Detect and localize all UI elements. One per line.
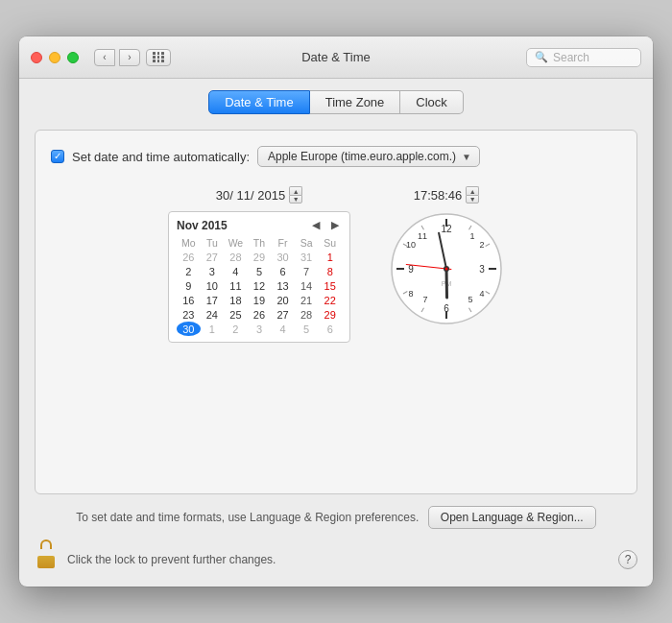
calendar-day[interactable]: 22	[318, 293, 342, 307]
calendar-day[interactable]: 28	[295, 307, 319, 322]
grid-view-button[interactable]	[146, 49, 171, 66]
svg-text:5: 5	[468, 295, 472, 304]
calendar-day[interactable]: 20	[271, 293, 295, 307]
calendar-day[interactable]: 17	[201, 293, 225, 307]
date-section: 30/ 11/ 2015 ▲ ▼ Nov 2015 ◀ ▶	[168, 186, 350, 343]
calendar-day[interactable]: 6	[271, 264, 295, 278]
calendar-day[interactable]: 27	[201, 250, 225, 264]
search-input[interactable]: Search	[553, 51, 589, 64]
tab-clock[interactable]: Clock	[400, 90, 464, 114]
calendar-week: 9101112131415	[177, 278, 342, 293]
bottom-section: To set date and time formats, use Langua…	[19, 494, 653, 537]
calendar-week: 23242526272829	[177, 307, 342, 322]
calendar-day[interactable]: 3	[201, 264, 225, 278]
calendar-day[interactable]: 11	[224, 278, 248, 293]
forward-button[interactable]: ›	[119, 49, 140, 66]
window-title: Date & Time	[301, 50, 371, 64]
svg-text:10: 10	[406, 240, 416, 250]
calendar-header: Nov 2015 ◀ ▶	[177, 218, 342, 232]
date-value: 30/ 11/ 2015	[216, 188, 285, 203]
auto-set-checkbox[interactable]: ✓	[51, 150, 64, 163]
cal-next-button[interactable]: ▶	[328, 218, 342, 232]
traffic-lights	[31, 52, 79, 63]
grid-icon	[153, 52, 164, 62]
calendar-day[interactable]: 1	[318, 250, 342, 264]
calendar-day[interactable]: 15	[318, 278, 342, 293]
time-value: 17:58:46	[414, 188, 463, 203]
open-prefs-button[interactable]: Open Language & Region...	[428, 506, 596, 529]
svg-text:7: 7	[422, 295, 427, 304]
analog-clock: 12 3 6 9 1 5 11 7 2 4 10 8 PM	[389, 211, 504, 326]
calendar-day[interactable]: 30	[271, 250, 295, 264]
maximize-button[interactable]	[67, 52, 79, 63]
calendar-day[interactable]: 24	[201, 307, 225, 322]
calendar-day[interactable]: 18	[224, 293, 248, 307]
calendar-day[interactable]: 13	[271, 278, 295, 293]
close-button[interactable]	[31, 52, 42, 63]
search-bar[interactable]: 🔍 Search	[526, 48, 641, 67]
calendar-day[interactable]: 5	[248, 264, 272, 278]
server-name: Apple Europe (time.euro.apple.com.)	[268, 150, 456, 163]
calendar-day[interactable]: 8	[318, 264, 342, 278]
calendar-day[interactable]: 16	[177, 293, 201, 307]
back-button[interactable]: ‹	[94, 49, 115, 66]
calendar-header-row: Mo Tu We Th Fr Sa Su	[177, 236, 342, 250]
calendar-day[interactable]: 29	[248, 250, 272, 264]
minimize-button[interactable]	[49, 52, 60, 63]
calendar-day[interactable]: 2	[224, 322, 248, 336]
server-dropdown[interactable]: Apple Europe (time.euro.apple.com.) ▼	[257, 146, 480, 167]
calendar-day[interactable]: 30	[177, 322, 201, 336]
footer: Click the lock to prevent further change…	[19, 537, 653, 587]
lock-status-text: Click the lock to prevent further change…	[67, 553, 609, 566]
cal-header-fr: Fr	[271, 236, 295, 250]
calendar-day[interactable]: 21	[295, 293, 319, 307]
calendar-day[interactable]: 12	[248, 278, 272, 293]
calendar-day[interactable]: 28	[224, 250, 248, 264]
calendar-day[interactable]: 26	[177, 250, 201, 264]
calendar-day[interactable]: 27	[271, 307, 295, 322]
dropdown-arrow-icon: ▼	[462, 152, 471, 162]
date-stepper-up[interactable]: ▲	[289, 186, 302, 195]
cal-prev-button[interactable]: ◀	[309, 218, 323, 232]
main-window: ‹ › Date & Time 🔍 Search Date & Time Tim…	[19, 36, 653, 587]
calendar-day[interactable]: 19	[248, 293, 272, 307]
calendar-day[interactable]: 7	[295, 264, 319, 278]
svg-text:4: 4	[479, 289, 484, 299]
svg-text:6: 6	[444, 303, 449, 314]
calendar-day[interactable]: 5	[295, 322, 319, 336]
time-stepper-down[interactable]: ▼	[466, 195, 479, 204]
svg-text:11: 11	[418, 231, 427, 241]
calendar-day[interactable]: 29	[318, 307, 342, 322]
calendar-day[interactable]: 31	[295, 250, 319, 264]
main-panel: ✓ Set date and time automatically: Apple…	[35, 130, 637, 494]
tab-datetime[interactable]: Date & Time	[208, 90, 310, 114]
calendar-day[interactable]: 1	[201, 322, 225, 336]
calendar-day[interactable]: 23	[177, 307, 201, 322]
content-area: Date & Time Time Zone Clock ✓ Set date a…	[19, 79, 653, 494]
lock-button[interactable]	[35, 546, 58, 573]
svg-text:2: 2	[479, 240, 484, 250]
calendar-day[interactable]: 9	[177, 278, 201, 293]
calendar-day[interactable]: 26	[248, 307, 272, 322]
auto-set-row: ✓ Set date and time automatically: Apple…	[51, 146, 621, 167]
calendar-day[interactable]: 10	[201, 278, 225, 293]
titlebar: ‹ › Date & Time 🔍 Search	[19, 36, 653, 79]
help-button[interactable]: ?	[618, 550, 637, 569]
calendar-day[interactable]: 2	[177, 264, 201, 278]
time-stepper-up[interactable]: ▲	[466, 186, 479, 195]
cal-header-tu: Tu	[201, 236, 225, 250]
calendar-day[interactable]: 4	[271, 322, 295, 336]
time-stepper: ▲ ▼	[466, 186, 479, 204]
calendar-week: 30123456	[177, 322, 342, 336]
calendar-day[interactable]: 14	[295, 278, 319, 293]
search-icon: 🔍	[535, 51, 548, 63]
svg-point-31	[445, 268, 448, 271]
calendar-day[interactable]: 6	[318, 322, 342, 336]
calendar-day[interactable]: 3	[248, 322, 272, 336]
date-stepper-down[interactable]: ▼	[289, 195, 302, 204]
tab-timezone[interactable]: Time Zone	[310, 90, 401, 114]
calendar-day[interactable]: 25	[224, 307, 248, 322]
nav-buttons: ‹ ›	[94, 49, 140, 66]
svg-line-27	[446, 269, 447, 298]
calendar-day[interactable]: 4	[224, 264, 248, 278]
